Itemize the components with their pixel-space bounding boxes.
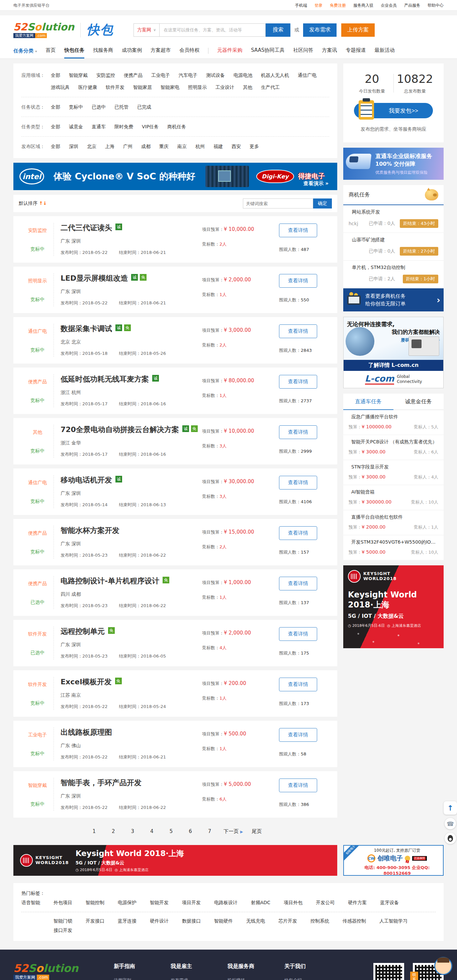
tab-honesty-tasks[interactable]: 诚意金任务 bbox=[393, 394, 444, 410]
filter-option[interactable]: 成都 bbox=[141, 142, 150, 151]
top-link[interactable]: 产品服务 bbox=[404, 3, 420, 8]
filter-option[interactable]: 已托管 bbox=[114, 103, 128, 111]
task-title[interactable]: Excel模板开发 bbox=[61, 677, 112, 687]
filter-option[interactable]: 测试设备 bbox=[206, 71, 225, 80]
top-link[interactable]: 服务商入驻 bbox=[353, 3, 373, 8]
filter-option[interactable]: 智能穿戴 bbox=[69, 71, 88, 80]
hot-tag[interactable]: 外包项目 bbox=[54, 900, 72, 906]
nav-item[interactable]: 专题报道 bbox=[346, 43, 366, 59]
biz-item-title[interactable]: 网站系统开发 bbox=[352, 209, 438, 215]
hot-tag[interactable]: 传感器控制 bbox=[343, 918, 366, 924]
filter-option[interactable]: 智能家电 bbox=[161, 83, 179, 92]
task-title[interactable]: 智能手表，手环产品开发 bbox=[61, 778, 142, 788]
task-title[interactable]: 远程控制单元 bbox=[61, 627, 105, 636]
keyword-search-input[interactable] bbox=[243, 199, 313, 208]
top-link[interactable]: 登录 bbox=[315, 3, 323, 8]
view-detail-button[interactable]: 查看详情 bbox=[279, 627, 317, 641]
filter-option[interactable]: 全部 bbox=[51, 142, 60, 151]
upload-solution-button[interactable]: 上传方案 bbox=[341, 23, 375, 37]
ztc-task-title[interactable]: 智能开关PCB设计 （有成熟方案者优先） bbox=[351, 439, 438, 445]
hot-tag[interactable]: 智能硬件 bbox=[214, 918, 233, 924]
filter-option[interactable]: 电源电池 bbox=[233, 71, 252, 80]
task-title[interactable]: 移动电话机开发 bbox=[61, 475, 112, 485]
filter-option[interactable]: 机器人无人机 bbox=[261, 71, 289, 80]
nav-item[interactable]: 最新活动 bbox=[375, 43, 395, 59]
ztc-task-title[interactable]: 应急广播播控平台软件 bbox=[351, 414, 438, 420]
nav-item[interactable]: 方案讯 bbox=[322, 43, 337, 59]
filter-option[interactable]: 生产代工 bbox=[261, 83, 280, 92]
page-number[interactable]: 6 bbox=[185, 826, 196, 836]
page-number[interactable]: 1 bbox=[89, 826, 99, 836]
logo-kuaibao[interactable]: 快包 bbox=[87, 21, 113, 38]
hot-tag[interactable]: 智能控制 bbox=[86, 900, 104, 906]
filter-option[interactable]: 诚意金 bbox=[69, 122, 83, 131]
filter-option[interactable]: 直通车 bbox=[92, 122, 106, 131]
page-number[interactable]: 5 bbox=[166, 826, 177, 836]
post-demand-button[interactable]: 发布需求 bbox=[303, 23, 337, 37]
filter-option[interactable]: 北京 bbox=[87, 142, 96, 151]
hot-tag[interactable]: 数据接口 bbox=[182, 918, 201, 924]
lcom-ad[interactable]: 无论何种连接需求, 我们的方案都能解决 屡获殊荣的客户服务 了解详情 L-com… bbox=[343, 317, 444, 388]
filter-option[interactable]: 商机任务 bbox=[167, 122, 186, 131]
hot-tag[interactable]: 硬件设计 bbox=[150, 918, 169, 924]
keysight-ad[interactable]: KEYSIGHTWORLD2018 Keysight World 2018·上海… bbox=[343, 565, 444, 648]
footer-link[interactable]: 投标赚钱 bbox=[227, 977, 284, 980]
view-detail-button[interactable]: 查看详情 bbox=[279, 224, 317, 237]
hot-tag[interactable]: 硬件方案 bbox=[348, 900, 367, 906]
view-detail-button[interactable]: 查看详情 bbox=[279, 526, 317, 540]
top-link[interactable]: 免费注册 bbox=[330, 3, 346, 8]
footer-link[interactable]: 注册守则 bbox=[114, 977, 171, 980]
nav-item[interactable]: 快包任务 bbox=[64, 43, 84, 59]
hot-tag[interactable]: 电源保护 bbox=[118, 900, 136, 906]
ztc-task-title[interactable]: STN字段显示开发 bbox=[351, 464, 438, 470]
filter-option[interactable]: 福建 bbox=[213, 142, 223, 151]
more-biz-tasks-banner[interactable]: 查看更多商机任务给你创造无限订单 › bbox=[343, 288, 444, 312]
hot-tag[interactable]: 项目开发 bbox=[182, 900, 201, 906]
filter-option[interactable]: VIP任务 bbox=[142, 122, 158, 131]
hot-tag[interactable]: 接口开发 bbox=[54, 928, 72, 934]
filter-option[interactable]: 已完成 bbox=[137, 103, 151, 111]
contact-service-badge[interactable]: 联系客服 bbox=[410, 972, 418, 980]
filter-option[interactable]: 上海 bbox=[105, 142, 114, 151]
filter-option[interactable]: 限时免费 bbox=[114, 122, 133, 131]
filter-option[interactable]: 便携产品 bbox=[124, 71, 142, 80]
task-title[interactable]: 低延时低功耗无线耳麦方案 bbox=[61, 374, 149, 384]
filter-option[interactable]: 杭州 bbox=[195, 142, 205, 151]
lcom-cta-bar[interactable]: 了解详情 L-com.cn bbox=[344, 360, 443, 371]
task-title[interactable]: LED显示屏模组改造 bbox=[61, 273, 128, 283]
filter-option[interactable]: 竞标中 bbox=[69, 103, 83, 111]
task-title[interactable]: 720全景电动自动拼接云台解决方案 bbox=[61, 425, 179, 435]
page-number[interactable]: 7 bbox=[205, 826, 215, 836]
top-link[interactable]: 帮助中心 bbox=[428, 3, 444, 8]
ztc-service-banner[interactable]: 直通车企业级标准服务 100% 交付保障 优质服务商与项目监理双保险 bbox=[343, 148, 444, 180]
back-to-top-button[interactable]: ↑ bbox=[444, 801, 457, 815]
top-link[interactable]: 企业会员 bbox=[381, 3, 397, 8]
page-number[interactable]: 2 bbox=[108, 826, 119, 836]
hot-tag[interactable]: 项目外包 bbox=[284, 900, 302, 906]
filter-option[interactable]: 软件开发 bbox=[106, 83, 125, 92]
filter-option[interactable]: 西安 bbox=[232, 142, 241, 151]
hot-tag[interactable]: 蓝牙设备 bbox=[380, 900, 399, 906]
filter-option[interactable]: 工业电子 bbox=[151, 71, 170, 80]
filter-option[interactable]: 全部 bbox=[51, 122, 60, 131]
default-sort[interactable]: 默认排序 ↑↓ bbox=[19, 200, 47, 207]
logo-52solution[interactable]: 52Solution 我爱方案网.com bbox=[13, 22, 74, 38]
biz-item-title[interactable]: 单片机，STM32自动控制 bbox=[352, 265, 438, 270]
filter-option[interactable]: 更多 bbox=[249, 142, 259, 151]
nav-item[interactable]: 找服务商 bbox=[93, 43, 113, 59]
keysight-bottom-banner[interactable]: KEYSIGHTWORLD2018 Keysight World 2018·上海… bbox=[13, 845, 337, 876]
task-title[interactable]: 二代三代证读头 bbox=[61, 223, 112, 233]
filter-option[interactable]: 通信广电 bbox=[298, 71, 316, 80]
top-link[interactable]: 手机端 bbox=[295, 3, 307, 8]
filter-option[interactable]: 游戏玩具 bbox=[51, 83, 70, 92]
last-page-button[interactable]: 尾页 bbox=[252, 828, 262, 835]
filter-option[interactable]: 全部 bbox=[51, 103, 60, 111]
search-input[interactable] bbox=[159, 23, 266, 37]
filter-option[interactable]: 安防监控 bbox=[96, 71, 115, 80]
view-detail-button[interactable]: 查看详情 bbox=[279, 375, 317, 388]
view-detail-button[interactable]: 查看详情 bbox=[279, 274, 317, 288]
task-category-menu[interactable]: 任务分类 ▾ bbox=[13, 48, 37, 54]
filter-option[interactable]: 深圳 bbox=[69, 142, 78, 151]
filter-option[interactable]: 智能家居 bbox=[133, 83, 152, 92]
filter-option[interactable]: 医疗健康 bbox=[78, 83, 97, 92]
